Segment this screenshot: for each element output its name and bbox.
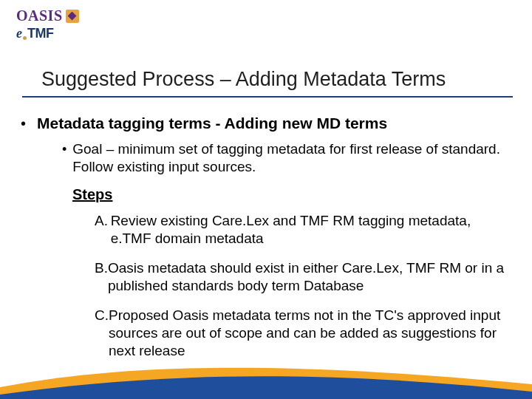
step-item: A. Review existing Care.Lex and TMF RM t… [95,212,510,248]
oasis-text: OASIS [16,7,63,24]
step-letter: A. [95,212,111,248]
step-text: Oasis metadata should exist in either Ca… [108,259,510,295]
title-rule [22,96,513,98]
bullet-text: Metadata tagging terms - Adding new MD t… [37,114,387,133]
bullet-marker: • [21,114,37,133]
logo-block: OASIS e TMF [16,7,79,41]
etmf-logo: e TMF [16,26,79,41]
bullet-text: Goal – minimum set of tagging metadata f… [72,140,510,176]
bullet-marker: • [62,140,72,176]
step-letter: B. [95,259,108,295]
slide-title: Suggested Process – Adding Metadata Term… [41,68,510,91]
step-letter: C. [95,307,109,360]
bullet-level2: • Goal – minimum set of tagging metadata… [62,140,510,176]
bullet-level1: • Metadata tagging terms - Adding new MD… [21,114,510,133]
step-item: C. Proposed Oasis metadata terms not in … [95,307,510,360]
etmf-e: e [16,26,22,41]
content-area: • Metadata tagging terms - Adding new MD… [21,114,510,372]
etmf-tmf: TMF [27,26,53,41]
step-text: Proposed Oasis metadata terms not in the… [109,307,510,360]
step-item: B. Oasis metadata should exist in either… [95,259,510,295]
oasis-badge-icon [66,10,79,23]
slide: OASIS e TMF Suggested Process – Adding M… [0,0,532,399]
etmf-dot-icon [23,36,27,40]
oasis-logo: OASIS [16,7,79,24]
steps-heading: Steps [72,186,510,203]
step-text: Review existing Care.Lex and TMF RM tagg… [111,212,510,248]
